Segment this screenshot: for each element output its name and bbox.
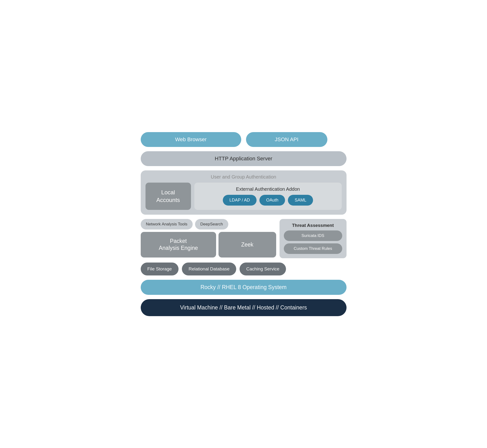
ext-auth-label: External Authentication Addon	[199, 186, 337, 192]
architecture-diagram: Web Browser JSON API HTTP Application Se…	[141, 132, 346, 316]
http-server-label: HTTP Application Server	[215, 156, 272, 161]
ldap-label: LDAP / AD	[230, 198, 250, 202]
deepsearch-label: DeepSearch	[200, 222, 223, 226]
auth-outer-box: User and Group Authentication Local Acco…	[141, 170, 346, 215]
packet-engine-label: Packet Analysis Engine	[159, 238, 198, 252]
ldap-pill: LDAP / AD	[223, 195, 257, 206]
custom-rules-label: Custom Threat Rules	[294, 246, 332, 251]
json-api-pill: JSON API	[246, 132, 327, 147]
oauth-label: OAuth	[266, 198, 278, 202]
oauth-pill: OAuth	[259, 195, 285, 206]
zeek-label: Zeek	[241, 241, 253, 248]
tools-bottom-row: Packet Analysis Engine Zeek	[141, 232, 276, 258]
threat-box: Threat Assessment Suricata IDS Custom Th…	[279, 219, 346, 258]
threat-label: Threat Assessment	[284, 223, 342, 228]
tools-left: Network Analysis Tools DeepSearch Packet…	[141, 219, 276, 258]
tools-top-row: Network Analysis Tools DeepSearch	[141, 219, 276, 230]
http-server-pill: HTTP Application Server	[141, 151, 346, 166]
web-browser-label: Web Browser	[175, 136, 207, 142]
packet-engine-box: Packet Analysis Engine	[141, 232, 216, 258]
relational-db-label: Relational Database	[189, 266, 230, 271]
saml-label: SAML	[295, 198, 306, 202]
row-browsers: Web Browser JSON API	[141, 132, 346, 147]
local-accounts-box: Local Accounts	[145, 183, 191, 210]
network-tools-pill: Network Analysis Tools	[141, 219, 193, 230]
relational-db-pill: Relational Database	[182, 263, 236, 275]
ext-auth-pills: LDAP / AD OAuth SAML	[199, 195, 337, 206]
json-api-label: JSON API	[275, 136, 298, 142]
vm-label: Virtual Machine // Bare Metal // Hosted …	[180, 304, 307, 311]
network-tools-label: Network Analysis Tools	[146, 222, 188, 226]
deepsearch-pill: DeepSearch	[195, 219, 228, 230]
caching-pill: Caching Service	[240, 263, 286, 275]
auth-outer-label: User and Group Authentication	[145, 174, 342, 180]
saml-pill: SAML	[288, 195, 313, 206]
os-label: Rocky // RHEL 8 Operating System	[200, 284, 287, 290]
file-storage-label: File Storage	[147, 266, 172, 271]
vm-pill: Virtual Machine // Bare Metal // Hosted …	[141, 299, 346, 316]
auth-inner-row: Local Accounts External Authentication A…	[145, 183, 342, 210]
storage-row: File Storage Relational Database Caching…	[141, 263, 346, 275]
file-storage-pill: File Storage	[141, 263, 178, 275]
tools-section: Network Analysis Tools DeepSearch Packet…	[141, 219, 346, 258]
web-browser-pill: Web Browser	[141, 132, 241, 147]
threat-items: Suricata IDS Custom Threat Rules	[284, 231, 342, 254]
caching-label: Caching Service	[246, 266, 279, 271]
suricata-label: Suricata IDS	[302, 233, 324, 238]
custom-rules-pill: Custom Threat Rules	[284, 243, 342, 254]
suricata-pill: Suricata IDS	[284, 231, 342, 241]
local-accounts-label: Local Accounts	[156, 189, 180, 203]
zeek-box: Zeek	[218, 232, 276, 258]
os-pill: Rocky // RHEL 8 Operating System	[141, 280, 346, 295]
ext-auth-box: External Authentication Addon LDAP / AD …	[194, 183, 342, 210]
